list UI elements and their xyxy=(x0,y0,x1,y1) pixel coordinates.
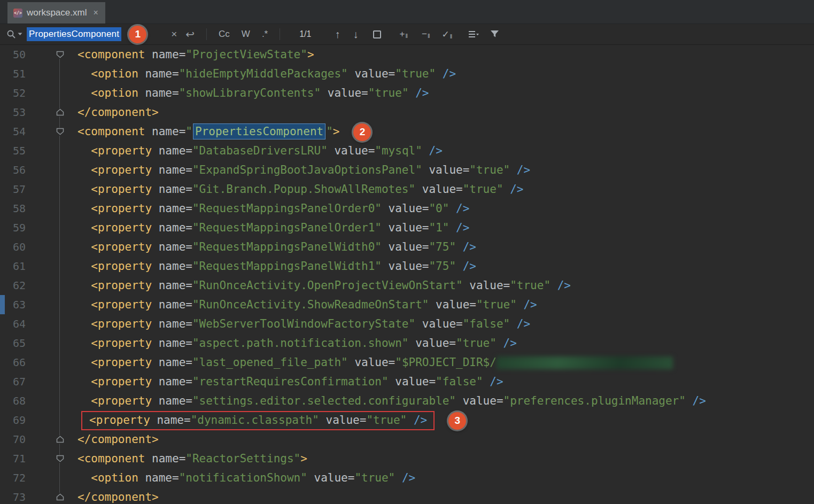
code-line[interactable]: 62 <property name="RunOnceActivity.OpenP… xyxy=(0,276,814,295)
line-number[interactable]: 60 xyxy=(0,237,26,257)
gutter-cell[interactable]: 73 xyxy=(0,487,77,504)
add-occurrence-icon[interactable]: +‖ xyxy=(399,29,407,40)
code-line[interactable]: 73</component> xyxy=(0,487,814,504)
line-number[interactable]: 67 xyxy=(0,372,26,391)
open-in-find-window-icon[interactable] xyxy=(373,30,381,38)
code-line[interactable]: 67 <property name="restartRequiresConfir… xyxy=(0,372,814,391)
regex-toggle[interactable]: .* xyxy=(262,29,268,40)
code-line[interactable]: 66 <property name="last_opened_file_path… xyxy=(0,353,814,372)
code-line[interactable]: 69<property name="dynamic.classpath" val… xyxy=(0,410,814,430)
code-line[interactable]: 72 <option name="notificationShown" valu… xyxy=(0,468,814,487)
gutter-cell[interactable]: 68 xyxy=(0,391,77,410)
fold-end-icon[interactable] xyxy=(56,493,64,501)
line-number[interactable]: 72 xyxy=(0,468,26,487)
code-text: <component name="PropertiesComponent">2 xyxy=(77,122,814,141)
code-line[interactable]: 68 <property name="settings.editor.selec… xyxy=(0,391,814,410)
gutter-cell[interactable]: 63 xyxy=(0,295,77,314)
clear-search-icon[interactable]: × xyxy=(171,28,177,40)
line-number[interactable]: 62 xyxy=(0,276,26,295)
line-number[interactable]: 71 xyxy=(0,449,26,468)
gutter-cell[interactable]: 51 xyxy=(0,64,77,83)
code-line[interactable]: 61 <property name="RequestMappingsPanelW… xyxy=(0,257,814,276)
gutter-cell[interactable]: 55 xyxy=(0,141,77,160)
code-line[interactable]: 65 <property name="aspect.path.notificat… xyxy=(0,334,814,353)
code-line[interactable]: 59 <property name="RequestMappingsPanelO… xyxy=(0,218,814,237)
code-line[interactable]: 70</component> xyxy=(0,430,814,449)
line-number[interactable]: 58 xyxy=(0,199,26,218)
line-number[interactable]: 52 xyxy=(0,83,26,103)
line-number[interactable]: 53 xyxy=(0,103,26,122)
code-line[interactable]: 54<component name="PropertiesComponent">… xyxy=(0,122,814,141)
gutter-cell[interactable]: 69 xyxy=(0,410,77,430)
gutter-cell[interactable]: 59 xyxy=(0,218,77,237)
gutter-cell[interactable]: 72 xyxy=(0,468,77,487)
gutter-cell[interactable]: 61 xyxy=(0,257,77,276)
line-number[interactable]: 66 xyxy=(0,353,26,372)
code-line[interactable]: 60 <property name="RequestMappingsPanelW… xyxy=(0,237,814,257)
gutter-cell[interactable]: 53 xyxy=(0,103,77,122)
code-line[interactable]: 50<component name="ProjectViewState"> xyxy=(0,45,814,64)
fold-start-icon[interactable] xyxy=(56,128,64,136)
fold-end-icon[interactable] xyxy=(56,108,64,117)
whole-words-toggle[interactable]: W xyxy=(242,29,250,40)
line-number[interactable]: 55 xyxy=(0,141,26,160)
line-number[interactable]: 59 xyxy=(0,218,26,237)
gutter-cell[interactable]: 60 xyxy=(0,237,77,257)
line-number[interactable]: 73 xyxy=(0,487,26,504)
code-line[interactable]: 64 <property name="WebServerToolWindowFa… xyxy=(0,314,814,334)
gutter-cell[interactable]: 70 xyxy=(0,430,77,449)
filter-icon[interactable] xyxy=(490,30,499,38)
code-line[interactable]: 58 <property name="RequestMappingsPanelO… xyxy=(0,199,814,218)
line-number[interactable]: 57 xyxy=(0,180,26,199)
code-line[interactable]: 55 <property name="DatabaseDriversLRU" v… xyxy=(0,141,814,160)
match-case-toggle[interactable]: Cc xyxy=(219,29,230,40)
code-text: <property name="last_opened_file_path" v… xyxy=(77,353,814,372)
fold-start-icon[interactable] xyxy=(56,455,64,463)
line-number[interactable]: 68 xyxy=(0,391,26,410)
gutter-cell[interactable]: 54 xyxy=(0,122,77,141)
line-number[interactable]: 51 xyxy=(0,64,26,83)
gutter-cell[interactable]: 64 xyxy=(0,314,77,334)
search-icon[interactable] xyxy=(6,29,16,39)
line-number[interactable]: 54 xyxy=(0,122,26,141)
tab-workspace-xml[interactable]: </> workspace.xml × xyxy=(7,2,105,24)
gutter-cell[interactable]: 67 xyxy=(0,372,77,391)
search-history-chevron-icon[interactable] xyxy=(18,33,22,36)
newline-icon[interactable]: ↩ xyxy=(185,28,195,41)
tab-close-icon[interactable]: × xyxy=(93,8,98,18)
code-line[interactable]: 57 <property name="Git.Branch.Popup.Show… xyxy=(0,180,814,199)
previous-occurrence-icon[interactable]: ↑ xyxy=(335,28,340,41)
annotation-badge-3: 3 xyxy=(448,412,466,430)
code-editor[interactable]: 50<component name="ProjectViewState">51 … xyxy=(0,45,814,504)
gutter-cell[interactable]: 71 xyxy=(0,449,77,468)
code-line[interactable]: 56 <property name="ExpandSpringBootJavaO… xyxy=(0,160,814,180)
gutter-cell[interactable]: 57 xyxy=(0,180,77,199)
code-text: <property name="restartRequiresConfirmat… xyxy=(77,372,814,391)
code-line[interactable]: 52 <option name="showLibraryContents" va… xyxy=(0,83,814,103)
filter-lines-icon[interactable] xyxy=(468,30,479,38)
line-number[interactable]: 70 xyxy=(0,430,26,449)
gutter-cell[interactable]: 56 xyxy=(0,160,77,180)
gutter-cell[interactable]: 58 xyxy=(0,199,77,218)
code-line[interactable]: 53</component> xyxy=(0,103,814,122)
search-input[interactable]: PropertiesComponent xyxy=(27,27,121,41)
fold-end-icon[interactable] xyxy=(56,436,64,444)
gutter-cell[interactable]: 65 xyxy=(0,334,77,353)
gutter-cell[interactable]: 66 xyxy=(0,353,77,372)
gutter-cell[interactable]: 62 xyxy=(0,276,77,295)
fold-start-icon[interactable] xyxy=(56,51,64,59)
gutter-cell[interactable]: 50 xyxy=(0,45,77,64)
gutter-cell[interactable]: 52 xyxy=(0,83,77,103)
code-line[interactable]: 71<component name="ReactorSettings"> xyxy=(0,449,814,468)
next-occurrence-icon[interactable]: ↓ xyxy=(353,28,358,41)
code-line[interactable]: 51 <option name="hideEmptyMiddlePackages… xyxy=(0,64,814,83)
code-line[interactable]: 63 <property name="RunOnceActivity.ShowR… xyxy=(0,295,814,314)
line-number[interactable]: 69 xyxy=(0,410,26,430)
line-number[interactable]: 64 xyxy=(0,314,26,334)
line-number[interactable]: 56 xyxy=(0,160,26,180)
line-number[interactable]: 61 xyxy=(0,257,26,276)
remove-occurrence-icon[interactable]: −‖ xyxy=(422,29,430,40)
line-number[interactable]: 50 xyxy=(0,45,26,64)
line-number[interactable]: 65 xyxy=(0,334,26,353)
select-all-occurrences-icon[interactable]: ✓‖ xyxy=(441,29,452,40)
